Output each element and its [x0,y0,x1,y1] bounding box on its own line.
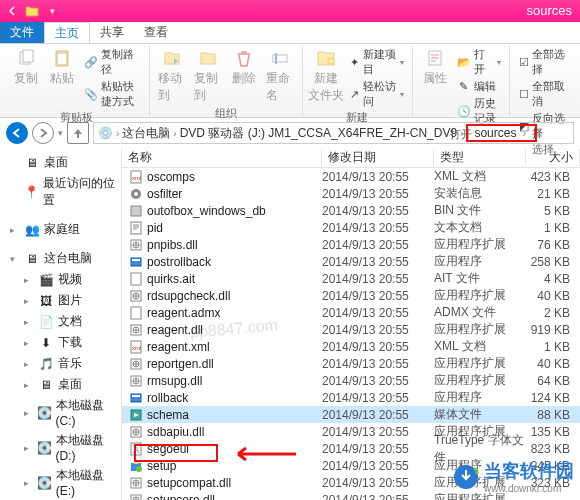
sidebar-item-recent[interactable]: 📍最近访问的位置 [0,173,121,211]
svg-rect-1 [23,50,33,62]
file-type-icon [128,186,143,201]
tab-home[interactable]: 主页 [44,22,90,43]
rename-button[interactable]: 重命名 [262,46,298,106]
file-row[interactable]: rdsupgcheck.dll2014/9/13 20:55应用程序扩展40 K… [122,287,580,304]
drive-icon: 💽 [37,475,52,491]
file-row[interactable]: reportgen.dll2014/9/13 20:55应用程序扩展40 KB [122,355,580,372]
crumb-dvd[interactable]: DVD 驱动器 (J:) JM1_CCSA_X64FRE_ZH-CN_DV9 [180,125,457,142]
file-size: 76 KB [526,238,580,252]
dropdown-icon[interactable]: ▾ [44,3,60,19]
file-row[interactable]: quirks.ait2014/9/13 20:55AIT 文件4 KB [122,270,580,287]
file-name: rollback [147,391,188,405]
sidebar-item-desktop2[interactable]: ▸🖥桌面 [0,374,121,395]
open-button[interactable]: 📂打开▾ [453,46,505,78]
file-date: 2014/9/13 20:55 [322,238,434,252]
navigation-pane: 🖥桌面 📍最近访问的位置 ▸👥家庭组 ▾🖥这台电脑 ▸🎬视频 ▸🖼图片 ▸📄文档… [0,148,122,500]
col-size[interactable]: 大小 [526,149,580,166]
file-name: quirks.ait [147,272,195,286]
sidebar-item-documents[interactable]: ▸📄文档 [0,311,121,332]
sidebar-item-music[interactable]: ▸🎵音乐 [0,353,121,374]
ribbon-group-clipboard: 复制 粘贴 🔗复制路径 📎粘贴快捷方式 剪贴板 [4,46,150,117]
sidebar-item-homegroup[interactable]: ▸👥家庭组 [0,219,121,240]
col-date[interactable]: 修改日期 [322,149,434,166]
file-type-icon [128,254,143,269]
file-size: 40 KB [526,289,580,303]
link-icon: 🔗 [84,55,98,69]
file-date: 2014/9/13 20:55 [322,408,434,422]
col-name[interactable]: 名称 [122,149,322,166]
sidebar-item-this-pc[interactable]: ▾🖥这台电脑 [0,248,121,269]
paste-button[interactable]: 粘贴 [44,46,80,89]
new-item-button[interactable]: ✦新建项目▾ [345,46,408,78]
sidebar-item-disk-c[interactable]: ▸💽本地磁盘 (C:) [0,395,121,430]
nav-dropdown[interactable]: ▾ [58,128,63,138]
copy-to-button[interactable]: 复制到 [190,46,226,106]
svg-text:xml: xml [132,345,141,351]
file-size: 21 KB [526,187,580,201]
file-list[interactable]: xmloscomps2014/9/13 20:55XML 文档423 KBosf… [122,168,580,500]
file-size: 2 KB [526,306,580,320]
sidebar-item-downloads[interactable]: ▸⬇下载 [0,332,121,353]
file-row[interactable]: Asegoeui2014/9/13 20:55TrueType 字体文件823 … [122,440,580,457]
move-to-button[interactable]: 移动到 [154,46,190,106]
file-type-icon [128,220,143,235]
file-type: 应用程序 [434,389,526,406]
file-row[interactable]: xmlreagent.xml2014/9/13 20:55XML 文档1 KB [122,338,580,355]
tab-file[interactable]: 文件 [0,22,44,43]
file-row[interactable]: xmloscomps2014/9/13 20:55XML 文档423 KB [122,168,580,185]
properties-icon [425,48,445,68]
copy-path-button[interactable]: 🔗复制路径 [80,46,145,78]
file-row[interactable]: reagent.admx2014/9/13 20:55ADMX 文件2 KB [122,304,580,321]
sidebar-item-video[interactable]: ▸🎬视频 [0,269,121,290]
properties-button[interactable]: 属性 [417,46,453,89]
breadcrumb[interactable]: 💿 › 这台电脑 › DVD 驱动器 (J:) JM1_CCSA_X64FRE_… [93,122,574,144]
file-row[interactable]: osfilter2014/9/13 20:55安装信息21 KB [122,185,580,202]
paste-shortcut-button[interactable]: 📎粘贴快捷方式 [80,78,145,110]
file-type-icon: A [128,441,143,456]
tab-view[interactable]: 查看 [134,22,178,43]
file-content: 名称 修改日期 类型 大小 xmloscomps2014/9/13 20:55X… [122,148,580,500]
nav-up-button[interactable] [67,122,89,144]
file-size: 1 KB [526,340,580,354]
back-icon[interactable] [4,3,20,19]
file-name: pnpibs.dll [147,238,198,252]
file-row[interactable]: reagent.dll2014/9/13 20:55应用程序扩展919 KB [122,321,580,338]
select-none-button[interactable]: ☐全部取消 [514,78,572,110]
edit-button[interactable]: ✎编辑 [453,78,505,95]
file-row[interactable]: schema2014/9/13 20:55媒体文件88 KB [122,406,580,423]
select-none-icon: ☐ [518,87,529,101]
easy-access-button[interactable]: ↗轻松访问▾ [345,78,408,110]
file-row[interactable]: rollback2014/9/13 20:55应用程序124 KB [122,389,580,406]
file-row[interactable]: rmsupg.dll2014/9/13 20:55应用程序扩展64 KB [122,372,580,389]
crumb-sources[interactable]: sources › [466,124,537,142]
file-date: 2014/9/13 20:55 [322,493,434,501]
select-all-button[interactable]: ☑全部选择 [514,46,572,78]
sidebar-item-disk-e[interactable]: ▸💽本地磁盘 (E:) [0,465,121,500]
file-row[interactable]: pid2014/9/13 20:55文本文档1 KB [122,219,580,236]
file-type: 安装信息 [434,185,526,202]
file-size: 88 KB [526,408,580,422]
col-type[interactable]: 类型 [434,149,526,166]
crumb-this-pc[interactable]: 这台电脑 [122,125,170,142]
svg-point-37 [136,466,142,472]
tab-share[interactable]: 共享 [90,22,134,43]
file-row[interactable]: pnpibs.dll2014/9/13 20:55应用程序扩展76 KB [122,236,580,253]
sidebar-item-pictures[interactable]: ▸🖼图片 [0,290,121,311]
file-name: sdbapiu.dll [147,425,204,439]
sidebar-item-disk-d[interactable]: ▸💽本地磁盘 (D:) [0,430,121,465]
new-folder-button[interactable]: 新建 文件夹 [307,46,345,106]
group-label: 组织 [215,106,237,121]
nav-forward-button[interactable] [32,122,54,144]
delete-button[interactable]: 删除 [226,46,262,89]
nav-back-button[interactable] [6,122,28,144]
file-name: outofbox_windows_db [147,204,266,218]
file-type-icon [128,305,143,320]
file-row[interactable]: postrollback2014/9/13 20:55应用程序258 KB [122,253,580,270]
file-row[interactable]: outofbox_windows_db2014/9/13 20:55BIN 文件… [122,202,580,219]
file-date: 2014/9/13 20:55 [322,289,434,303]
file-type-icon [128,322,143,337]
homegroup-icon: 👥 [24,222,40,238]
file-size: 40 KB [526,357,580,371]
copy-button[interactable]: 复制 [8,46,44,89]
sidebar-item-desktop[interactable]: 🖥桌面 [0,152,121,173]
